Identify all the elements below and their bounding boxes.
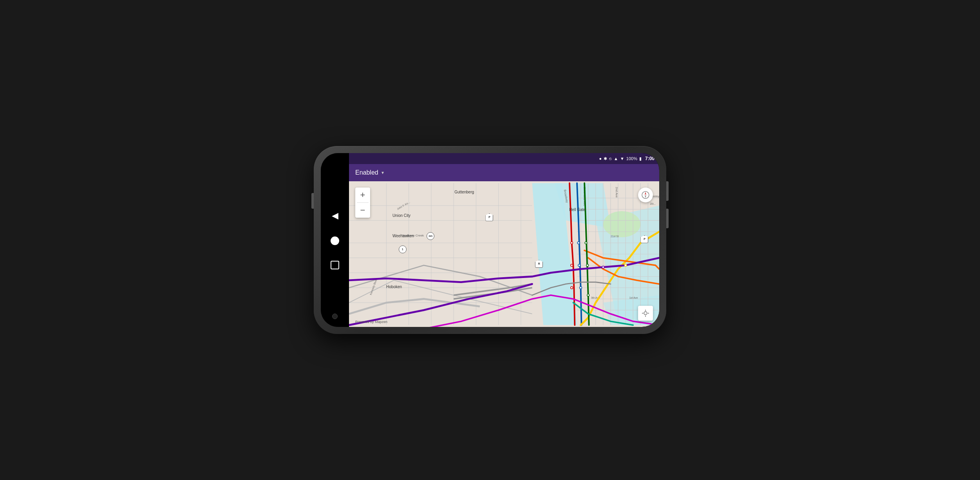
svg-point-54 [580, 287, 582, 289]
status-time: 7:00 [645, 156, 655, 161]
status-bar: ● ✱ ⎋ ▲ ▼ 100% ▮ 7:00 [349, 153, 659, 164]
svg-point-47 [571, 242, 573, 244]
location-icon: ● [599, 156, 602, 161]
wifi-icon: ▲ [614, 156, 618, 161]
compass-icon [641, 191, 650, 199]
svg-point-51 [578, 264, 580, 267]
back-button[interactable]: ◀ [332, 211, 338, 221]
svg-text:20t...: 20t... [650, 202, 656, 205]
phone-screen: ◀ ● ✱ ⎋ ▲ ▼ 10 [321, 153, 659, 327]
battery-icon: ▮ [639, 156, 642, 161]
dropdown-arrow-icon: ▾ [382, 170, 384, 175]
volume-button[interactable] [311, 193, 314, 209]
shield-1: 1 [399, 245, 407, 253]
svg-point-50 [571, 264, 573, 267]
svg-point-49 [585, 242, 587, 244]
svg-point-57 [624, 264, 627, 267]
svg-marker-60 [645, 195, 646, 198]
svg-text:1st Ave: 1st Ave [629, 297, 638, 300]
nav-bar: ◀ [321, 153, 349, 327]
svg-point-53 [571, 287, 573, 289]
map-view[interactable]: Broadway Columbus Ave 2nd Ave 9th Ave 1s… [349, 181, 659, 327]
app-bar: Enabled ▾ [349, 164, 659, 181]
svg-point-61 [644, 312, 647, 315]
enabled-label: Enabled [355, 169, 378, 176]
guttenberg-label: Guttenberg [454, 190, 474, 194]
hoboken-label: Hoboken [386, 285, 402, 289]
newtown-creek-label: Newtown Creek [402, 234, 424, 237]
zoom-out-button[interactable]: − [355, 203, 370, 218]
svg-point-52 [586, 264, 589, 267]
battery-percent: 100% [626, 156, 637, 161]
svg-text:2nd Ave: 2nd Ave [615, 187, 618, 197]
gps-icon [641, 309, 650, 318]
svg-marker-59 [645, 192, 646, 195]
recents-button[interactable] [331, 236, 339, 245]
svg-point-55 [587, 294, 589, 296]
union-city-label: Union City [392, 213, 410, 218]
location-button[interactable] [638, 306, 653, 321]
phone-frame: ◀ ● ✱ ⎋ ▲ ▼ 10 [314, 146, 666, 334]
svg-point-48 [577, 242, 580, 244]
power-button[interactable] [666, 181, 669, 201]
svg-text:21st St: 21st St [611, 235, 619, 238]
compass-button[interactable] [638, 188, 653, 202]
volume-down-button[interactable] [666, 209, 669, 228]
svg-point-1 [603, 211, 640, 237]
app-screen: ● ✱ ⎋ ▲ ▼ 100% ▮ 7:00 Ena [349, 153, 659, 327]
enabled-dropdown[interactable]: Enabled ▾ [355, 169, 384, 176]
hell-gate-label: Hell Gate [569, 208, 586, 212]
zoom-in-button[interactable]: + [355, 188, 370, 202]
svg-point-56 [602, 266, 604, 269]
home-button[interactable] [331, 261, 339, 269]
powered-by-label: Powered by Mapzen [355, 320, 387, 324]
zoom-controls: + − [355, 188, 370, 218]
vibrate-icon: ⎋ [609, 156, 612, 161]
signal-icon: ▼ [620, 156, 624, 161]
status-icons: ● ✱ ⎋ ▲ ▼ 100% ▮ 7:00 [599, 156, 655, 161]
bluetooth-icon: ✱ [604, 156, 607, 161]
map-svg: Broadway Columbus Ave 2nd Ave 9th Ave 1s… [349, 181, 659, 327]
camera-lens [332, 314, 338, 319]
